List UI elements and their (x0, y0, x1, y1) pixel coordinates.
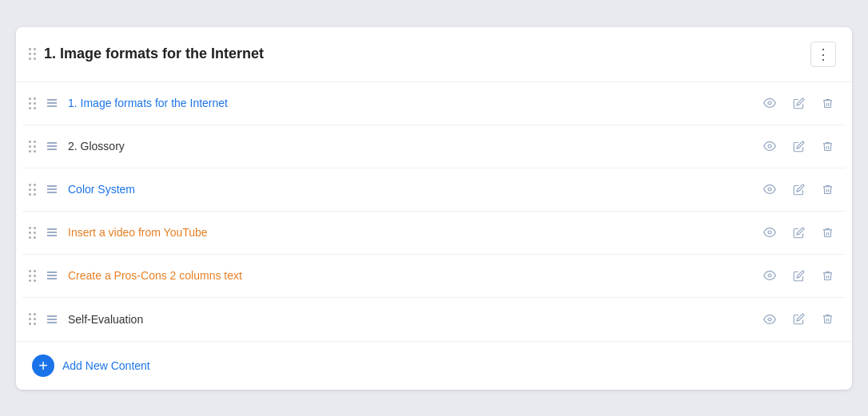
edit-icon-2 (793, 184, 805, 196)
eye-icon-3 (763, 226, 776, 239)
item-left-3: Insert a video from YouTube (29, 226, 208, 239)
view-button-3[interactable] (758, 220, 782, 244)
svg-point-23 (768, 318, 771, 321)
view-button-0[interactable] (758, 91, 782, 115)
trash-icon-3 (822, 227, 834, 239)
card-title: 1. Image formats for the Internet (44, 46, 264, 62)
item-left-1: 2. Glossory (29, 140, 125, 153)
content-list: 1. Image formats for the Internet (16, 82, 852, 341)
item-left-0: 1. Image formats for the Internet (29, 97, 228, 109)
svg-point-7 (768, 145, 771, 148)
edit-icon-3 (793, 227, 805, 239)
view-button-1[interactable] (758, 134, 782, 158)
item-actions-3 (758, 220, 839, 244)
view-button-2[interactable] (758, 177, 782, 201)
eye-icon-4 (763, 269, 776, 282)
trash-icon-2 (822, 184, 834, 196)
view-button-4[interactable] (758, 263, 782, 287)
trash-icon-1 (822, 141, 834, 153)
header-left: 1. Image formats for the Internet (29, 46, 264, 62)
item-drag-handle-3[interactable] (29, 227, 36, 239)
edit-button-3[interactable] (786, 220, 810, 244)
item-label-3: Insert a video from YouTube (68, 226, 208, 239)
item-actions-0 (758, 91, 839, 115)
edit-icon-0 (793, 97, 805, 109)
list-icon-1 (46, 140, 58, 153)
edit-button-0[interactable] (786, 91, 810, 115)
list-icon-4 (46, 269, 58, 282)
list-item: Color System (22, 168, 846, 212)
trash-icon-5 (822, 313, 834, 325)
item-drag-handle-0[interactable] (29, 97, 36, 109)
svg-point-15 (768, 231, 771, 234)
trash-icon-0 (822, 97, 834, 109)
eye-icon-5 (763, 313, 776, 326)
delete-button-0[interactable] (815, 91, 839, 115)
svg-point-19 (768, 274, 771, 277)
item-left-4: Create a Pros-Cons 2 columns text (29, 269, 242, 282)
add-new-content-label[interactable]: Add New Content (62, 359, 150, 372)
edit-button-4[interactable] (786, 263, 810, 287)
card-footer: + Add New Content (16, 341, 852, 390)
item-label-0: 1. Image formats for the Internet (68, 97, 228, 109)
item-actions-4 (758, 263, 839, 287)
list-item: 1. Image formats for the Internet (22, 82, 846, 125)
list-item: Create a Pros-Cons 2 columns text (22, 255, 846, 298)
list-item: Self-Evaluation (22, 298, 846, 341)
list-icon-0 (46, 97, 58, 109)
svg-point-3 (768, 101, 771, 105)
edit-button-1[interactable] (786, 134, 810, 158)
item-label-5: Self-Evaluation (68, 313, 143, 326)
edit-icon-1 (793, 141, 805, 153)
edit-icon-4 (793, 270, 805, 282)
add-new-content-button[interactable]: + (32, 355, 54, 377)
list-icon-5 (46, 313, 58, 326)
item-actions-2 (758, 177, 839, 201)
delete-button-3[interactable] (815, 220, 839, 244)
item-label-2: Color System (68, 183, 135, 196)
edit-button-2[interactable] (786, 177, 810, 201)
item-label-4: Create a Pros-Cons 2 columns text (68, 269, 242, 282)
svg-point-11 (768, 188, 771, 191)
view-button-5[interactable] (758, 307, 782, 331)
delete-button-2[interactable] (815, 177, 839, 201)
course-content-card: 1. Image formats for the Internet ⋮ 1. I… (16, 27, 852, 390)
item-label-1: 2. Glossory (68, 140, 125, 153)
eye-icon-1 (763, 140, 776, 153)
delete-button-5[interactable] (815, 307, 839, 331)
list-item: 2. Glossory (22, 125, 846, 168)
item-drag-handle-2[interactable] (29, 184, 36, 196)
item-drag-handle-4[interactable] (29, 270, 36, 282)
delete-button-4[interactable] (815, 263, 839, 287)
item-drag-handle-1[interactable] (29, 141, 36, 153)
item-actions-1 (758, 134, 839, 158)
eye-icon-0 (763, 97, 776, 109)
more-options-button[interactable]: ⋮ (810, 42, 836, 67)
item-actions-5 (758, 307, 839, 331)
card-header: 1. Image formats for the Internet ⋮ (16, 27, 852, 82)
item-left-5: Self-Evaluation (29, 313, 143, 326)
delete-button-1[interactable] (815, 134, 839, 158)
list-item: Insert a video from YouTube (22, 212, 846, 255)
list-icon-3 (46, 226, 58, 239)
item-drag-handle-5[interactable] (29, 313, 36, 325)
header-drag-handle[interactable] (29, 48, 36, 60)
plus-icon: + (38, 358, 48, 374)
trash-icon-4 (822, 270, 834, 282)
edit-button-5[interactable] (786, 307, 810, 331)
list-icon-2 (46, 183, 58, 196)
eye-icon-2 (763, 183, 776, 196)
edit-icon-5 (793, 313, 805, 325)
item-left-2: Color System (29, 183, 135, 196)
